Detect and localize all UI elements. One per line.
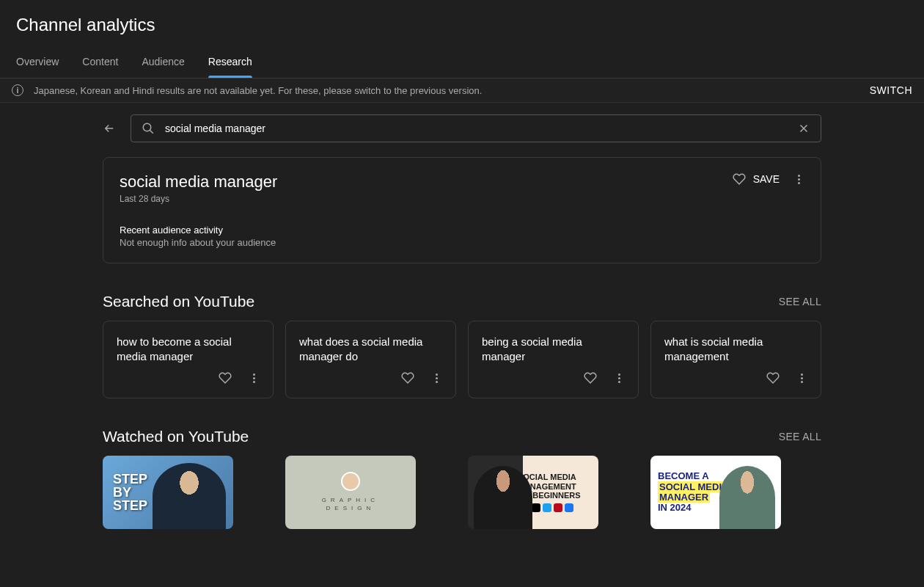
- tab-audience[interactable]: Audience: [142, 45, 184, 78]
- notice-bar: i Japanese, Korean and Hindi results are…: [0, 79, 924, 103]
- topic-text: what does a social media manager do: [299, 335, 442, 363]
- result-card: social media manager Last 28 days SAVE R…: [103, 157, 821, 263]
- switch-button[interactable]: SWITCH: [870, 84, 912, 96]
- watched-thumbs: STEPBYSTEP GRAPHIC DESIGN SOCIAL MEDIA M…: [103, 456, 821, 529]
- search-input[interactable]: [165, 123, 797, 134]
- video-thumbnail[interactable]: BECOME A SOCIAL MEDIA MANAGER IN 2024: [650, 456, 781, 529]
- topic-card[interactable]: what does a social media manager do: [285, 321, 456, 398]
- watched-title: Watched on YouTube: [103, 428, 249, 445]
- topic-text: how to become a social media manager: [117, 335, 260, 363]
- more-icon[interactable]: [248, 372, 260, 384]
- heart-icon[interactable]: [219, 371, 232, 384]
- result-title: social media manager: [120, 172, 277, 192]
- video-thumbnail[interactable]: STEPBYSTEP: [103, 456, 233, 529]
- heart-icon[interactable]: [733, 172, 746, 186]
- search-icon: [142, 122, 155, 135]
- tab-research[interactable]: Research: [208, 45, 252, 78]
- info-icon: i: [12, 84, 23, 96]
- activity-info: Not enough info about your audience: [120, 237, 804, 248]
- topic-card[interactable]: how to become a social media manager: [103, 321, 274, 398]
- tabs: Overview Content Audience Research: [0, 45, 924, 79]
- see-all-searched[interactable]: SEE ALL: [779, 296, 821, 307]
- more-icon[interactable]: [613, 372, 625, 384]
- topic-card[interactable]: being a social media manager: [468, 321, 639, 398]
- topic-text: what is social media management: [664, 335, 807, 363]
- heart-icon[interactable]: [401, 371, 414, 384]
- topic-card[interactable]: what is social media management: [650, 321, 821, 398]
- save-button[interactable]: SAVE: [753, 173, 780, 185]
- svg-point-0: [143, 123, 151, 131]
- result-subtitle: Last 28 days: [120, 194, 277, 204]
- topic-text: being a social media manager: [482, 335, 625, 363]
- heart-icon[interactable]: [584, 371, 597, 384]
- see-all-watched[interactable]: SEE ALL: [779, 431, 821, 442]
- video-thumbnail[interactable]: SOCIAL MEDIA MANAGEMENT FOR BEGINNERS: [468, 456, 598, 529]
- search-box: [131, 114, 821, 142]
- more-icon[interactable]: [793, 173, 804, 185]
- close-icon[interactable]: [797, 122, 810, 135]
- notice-text: Japanese, Korean and Hindi results are n…: [34, 85, 482, 96]
- video-thumbnail[interactable]: GRAPHIC DESIGN: [285, 456, 416, 529]
- heart-icon[interactable]: [766, 371, 780, 384]
- activity-label: Recent audience activity: [120, 225, 804, 236]
- tab-content[interactable]: Content: [82, 45, 118, 78]
- page-title: Channel analytics: [0, 0, 924, 45]
- searched-cards: how to become a social media manager wha…: [103, 321, 821, 398]
- more-icon[interactable]: [796, 372, 807, 384]
- more-icon[interactable]: [430, 372, 442, 384]
- tab-overview[interactable]: Overview: [16, 45, 59, 78]
- searched-title: Searched on YouTube: [103, 293, 254, 310]
- back-icon[interactable]: [103, 122, 116, 135]
